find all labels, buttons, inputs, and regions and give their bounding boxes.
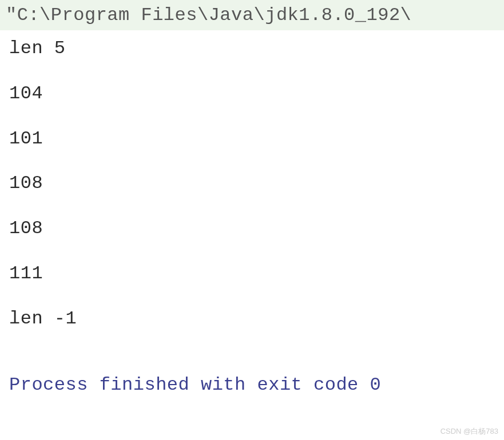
output-line: 101 bbox=[9, 126, 495, 152]
output-line: 108 bbox=[9, 216, 495, 242]
output-line: 104 bbox=[9, 81, 495, 107]
output-line: len -1 bbox=[9, 306, 495, 332]
spacer bbox=[0, 351, 504, 374]
console-output: len 5 104 101 108 108 111 len -1 bbox=[0, 30, 504, 332]
command-line: "C:\Program Files\Java\jdk1.8.0_192\ bbox=[0, 0, 504, 30]
output-line: len 5 bbox=[9, 36, 495, 62]
output-line: 111 bbox=[9, 261, 495, 287]
output-line: 108 bbox=[9, 171, 495, 197]
watermark: CSDN @白杨783 bbox=[440, 426, 498, 437]
exit-message: Process finished with exit code 0 bbox=[0, 374, 504, 395]
